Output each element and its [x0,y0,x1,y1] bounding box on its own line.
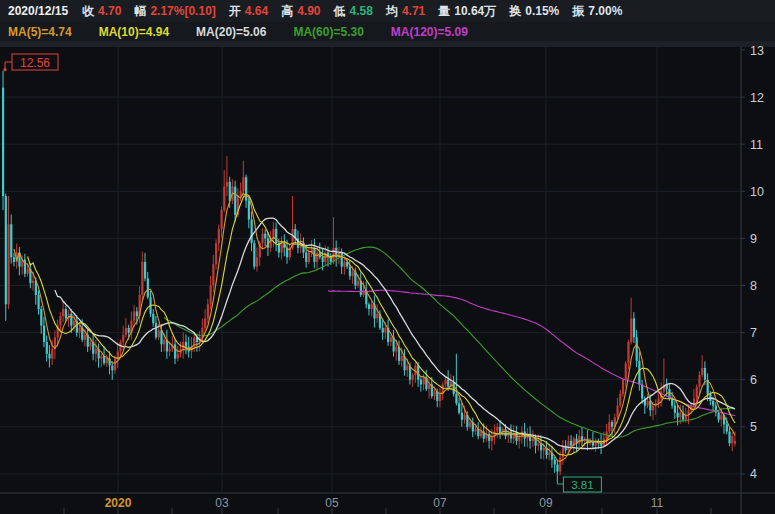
x-axis-label: 05 [325,496,339,510]
candle-body [220,210,222,229]
candle-body [390,337,392,342]
candle-body [2,88,4,196]
candle-body [474,429,476,431]
candle-body [95,349,97,354]
candle-body [734,441,736,444]
candle-body [177,354,179,359]
candle-body [677,413,679,418]
candlestick-chart-canvas[interactable]: 131211109876542020030507091112.563.81 [0,0,775,514]
candle-body [674,406,676,413]
candle-body [562,446,564,458]
candle-body [548,453,550,455]
candle-body [62,309,64,316]
candle-body [362,290,364,295]
candle-body [125,328,127,335]
candle-body [709,394,711,401]
candle-body [728,432,730,444]
candle-body [638,361,640,385]
candle-body [212,264,214,285]
candle-body [226,182,228,187]
candle-body [185,342,187,347]
candle-body [625,363,627,379]
candle-body [78,328,80,333]
candle-body [234,187,236,215]
candle-body [117,351,119,358]
candle-body [647,401,649,406]
candle-body [163,340,165,345]
candle-body [100,356,102,358]
candle-body [103,356,105,363]
y-tick-label: 10 [750,185,764,199]
candle-body [616,406,618,418]
candle-body [731,436,733,443]
candle-body [455,394,457,403]
y-tick-label: 5 [750,420,757,434]
candle-body [89,342,91,347]
y-tick-label: 11 [750,138,763,152]
candle-body [453,382,455,394]
candle-body [641,384,643,398]
candle-body [119,342,121,351]
stock-chart-window: { "info_bar": { "date": "2020/12/15", "f… [0,0,775,514]
candle-body [207,304,209,318]
candle-body [433,391,435,396]
candle-body [51,349,53,358]
candle-body [720,415,722,420]
candle-body [543,448,545,450]
candle-body [122,335,124,342]
candle-body [357,281,359,286]
candle-body [281,243,283,252]
candle-body [439,394,441,401]
candle-body [261,234,263,243]
candle-body [496,427,498,432]
candle-body [352,271,354,276]
x-axis-label: 09 [539,496,553,510]
candle-body [368,304,370,309]
candle-body [464,415,466,420]
candle-body [619,394,621,406]
candle-body [136,311,138,316]
min-price-marker: 3.81 [557,473,601,492]
candle-body [371,304,373,309]
x-axis-label: 2020 [105,496,132,510]
candle-body [27,269,29,274]
max-price-marker: 12.56 [3,54,58,71]
candle-body [210,286,212,305]
candle-body [147,278,149,297]
candle-body [423,377,425,384]
candle-body [65,309,67,318]
candle-body [679,413,681,418]
candle-body [515,434,517,441]
candle-body [384,328,386,333]
x-axis-label: 11 [651,496,664,510]
candle-body [420,380,422,385]
candle-body [204,318,206,327]
candle-body [38,295,40,309]
candle-body [114,359,116,371]
candle-body [111,366,113,371]
candle-body [633,318,635,337]
y-tick-label: 13 [750,44,764,58]
candle-body [627,342,629,363]
candle-body [48,354,50,359]
candle-body [182,342,184,349]
candle-body [480,432,482,437]
candle-body [158,330,160,337]
candle-body [505,429,507,436]
max-price-label: 12.56 [20,56,50,70]
candle-body [630,318,632,342]
candle-body [608,422,610,431]
candle-body [556,464,558,471]
candle-body [343,262,345,267]
candle-body [712,401,714,406]
candle-body [84,335,86,340]
candle-body [461,413,463,420]
candle-body [570,441,572,446]
candle-body [155,323,157,337]
candle-body [611,422,613,427]
candle-body [308,253,310,262]
candle-body [447,380,449,387]
candle-body [40,309,42,325]
candle-body [701,368,703,375]
candle-body [10,224,12,257]
